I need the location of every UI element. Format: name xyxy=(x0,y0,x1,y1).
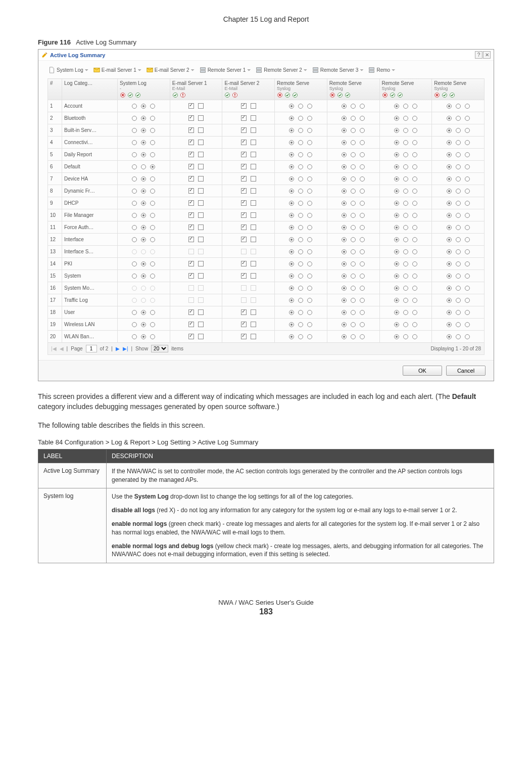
svg-rect-20 xyxy=(235,96,236,97)
table-row[interactable]: 1Account xyxy=(48,100,485,112)
svg-rect-5 xyxy=(257,70,262,72)
column-header[interactable]: Remote ServeSyslog xyxy=(432,79,485,100)
table-row[interactable]: 13Interface S… xyxy=(48,246,485,258)
menubar-item-e-mail-server-2[interactable]: E-mail Server 2 xyxy=(146,66,196,74)
menubar-item-remote-server-3[interactable]: Remote Server 3 xyxy=(311,66,365,74)
chapter-title: Chapter 15 Log and Report xyxy=(38,15,494,23)
column-header[interactable]: E-mail Server 1E-Mail xyxy=(170,79,222,100)
svg-rect-16 xyxy=(182,96,183,97)
table-row[interactable]: 8Dynamic Fr… xyxy=(48,185,485,197)
figure-title: Active Log Summary xyxy=(76,38,136,46)
pager-last-icon[interactable]: ▶| xyxy=(123,346,128,351)
table-row[interactable]: 6Default xyxy=(48,161,485,173)
svg-rect-3 xyxy=(200,70,205,72)
body-paragraph-1: This screen provides a different view an… xyxy=(38,391,494,412)
table-row[interactable]: 7Device HA xyxy=(48,173,485,185)
table-row[interactable]: 9DHCP xyxy=(48,197,485,209)
svg-rect-15 xyxy=(182,94,183,96)
log-target-menubar: System LogE-mail Server 1E-mail Server 2… xyxy=(47,64,485,78)
ok-button[interactable]: OK xyxy=(403,366,442,376)
figure-caption: Figure 116 Active Log Summary xyxy=(38,38,494,46)
dialog-title-text: Active Log Summary xyxy=(50,52,105,58)
table-pager: |◀ ◀ | Page of 2 | ▶ ▶| | Show 20 items … xyxy=(47,343,485,355)
table-row[interactable]: 12Interface xyxy=(48,234,485,246)
menubar-item-e-mail-server-1[interactable]: E-mail Server 1 xyxy=(92,66,142,74)
table-row[interactable]: 15System xyxy=(48,270,485,282)
svg-rect-6 xyxy=(313,68,318,70)
active-log-summary-dialog: Active Log Summary ? ✕ System LogE-mail … xyxy=(38,49,494,381)
pager-page-label: Page xyxy=(71,346,82,351)
pager-first-icon[interactable]: |◀ xyxy=(51,346,57,351)
svg-rect-9 xyxy=(369,70,374,72)
body-paragraph-2: The following table describes the fields… xyxy=(38,420,494,430)
menubar-item-remo[interactable]: Remo xyxy=(367,66,396,74)
menubar-item-remote-server-2[interactable]: Remote Server 2 xyxy=(255,66,308,74)
pager-page-input[interactable] xyxy=(86,345,97,352)
column-header[interactable]: Remote ServeSyslog xyxy=(275,79,327,100)
desc-description: If the NWA/WAC is set to controller mode… xyxy=(107,463,494,488)
table-row[interactable]: 16System Mo… xyxy=(48,282,485,294)
table-row[interactable]: 11Force Auth… xyxy=(48,221,485,234)
column-header[interactable]: System Log- xyxy=(118,79,170,100)
svg-rect-8 xyxy=(369,68,374,70)
desc-table-row: Active Log SummaryIf the NWA/WAC is set … xyxy=(38,463,494,488)
desc-label: System log xyxy=(38,488,107,563)
table-row[interactable]: 3Built-in Serv… xyxy=(48,124,485,137)
svg-rect-4 xyxy=(257,68,262,70)
edit-icon xyxy=(41,52,48,58)
desc-table-head-label: LABEL xyxy=(38,449,107,463)
page-footer: NWA / WAC Series User's Guide 183 xyxy=(38,599,494,616)
close-button[interactable]: ✕ xyxy=(483,51,491,59)
cancel-button[interactable]: Cancel xyxy=(446,366,486,376)
desc-label: Active Log Summary xyxy=(38,463,107,488)
column-header[interactable]: # xyxy=(48,79,62,100)
table-caption: Table 84 Configuration > Log & Report > … xyxy=(38,438,494,446)
pager-items-label: items xyxy=(171,346,183,351)
column-header[interactable]: Log Categ… xyxy=(62,79,118,100)
page-number: 183 xyxy=(38,607,494,616)
table-row[interactable]: 17Traffic Log xyxy=(48,294,485,306)
column-header[interactable]: Remote ServeSyslog xyxy=(379,79,432,100)
description-table: LABEL DESCRIPTION Active Log SummaryIf t… xyxy=(38,449,494,563)
svg-rect-19 xyxy=(235,94,236,96)
pager-next-icon[interactable]: ▶ xyxy=(116,346,120,351)
table-header-row: #Log Categ…System Log-E-mail Server 1E-M… xyxy=(48,79,485,100)
help-button[interactable]: ? xyxy=(475,51,482,59)
table-row[interactable]: 4Connectivi… xyxy=(48,137,485,149)
table-row[interactable]: 19Wireless LAN xyxy=(48,319,485,331)
figure-number: Figure 116 xyxy=(38,38,71,46)
table-row[interactable]: 5Daily Report xyxy=(48,149,485,161)
column-header[interactable]: E-mail Server 2E-Mail xyxy=(222,79,275,100)
dialog-footer: OK Cancel xyxy=(38,360,494,381)
dialog-header: Active Log Summary ? ✕ xyxy=(38,50,494,61)
svg-rect-2 xyxy=(200,68,205,70)
pager-per-page-select[interactable]: 20 xyxy=(151,345,168,352)
dialog-body: System LogE-mail Server 1E-mail Server 2… xyxy=(38,61,494,360)
table-row[interactable]: 10File Manager xyxy=(48,209,485,221)
desc-description: Use the System Log drop-down list to cha… xyxy=(107,488,494,563)
log-categories-table: #Log Categ…System Log-E-mail Server 1E-M… xyxy=(47,78,485,343)
dialog-title: Active Log Summary xyxy=(41,52,105,58)
menubar-item-remote-server-1[interactable]: Remote Server 1 xyxy=(199,66,252,74)
column-header[interactable]: Remote ServeSyslog xyxy=(327,79,379,100)
desc-table-head-description: DESCRIPTION xyxy=(107,449,494,463)
table-row[interactable]: 20WLAN Ban… xyxy=(48,331,485,343)
svg-rect-7 xyxy=(313,70,318,72)
pager-prev-icon[interactable]: ◀ xyxy=(60,346,64,351)
pager-status: Displaying 1 - 20 of 28 xyxy=(430,346,481,351)
table-row[interactable]: 14PKI xyxy=(48,258,485,270)
menubar-item-system-log[interactable]: System Log xyxy=(47,66,89,74)
table-row[interactable]: 18User xyxy=(48,306,485,319)
dialog-window-controls: ? ✕ xyxy=(475,51,491,59)
table-row[interactable]: 2Bluetooth xyxy=(48,112,485,124)
pager-show-label: Show xyxy=(135,346,148,351)
pager-of-label: of 2 xyxy=(100,346,109,351)
desc-table-row: System logUse the System Log drop-down l… xyxy=(38,488,494,563)
